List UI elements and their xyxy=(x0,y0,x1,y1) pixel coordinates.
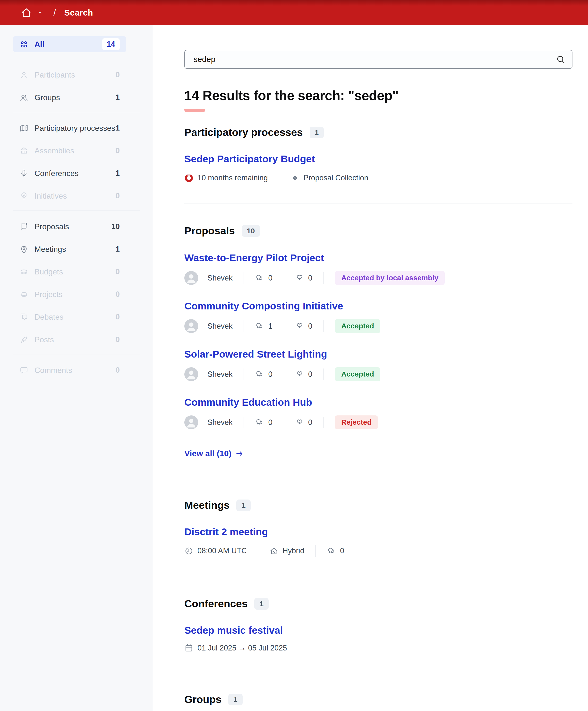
sidebar-item-comments: Comments 0 xyxy=(13,362,126,378)
section-count-badge: 1 xyxy=(310,127,324,138)
comments-count: 1 xyxy=(268,322,272,330)
proposal-item: Community Education Hub Shevek 0 0 xyxy=(184,397,572,429)
section-title: Participatory processes xyxy=(184,126,303,138)
search-results-main: 14 Results for the search: "sedep" Parti… xyxy=(153,25,588,711)
proposal-item: Community Composting Initiative Shevek 1 xyxy=(184,300,572,333)
timer-icon xyxy=(184,174,193,182)
status-badge: Accepted xyxy=(335,319,380,333)
mic-icon xyxy=(19,169,28,178)
search-filter-sidebar: All 14 Participants 0 Groups 1 Participa… xyxy=(0,25,153,711)
search-icon[interactable] xyxy=(556,55,565,64)
sidebar-item-label: All xyxy=(35,40,44,49)
sidebar-divider xyxy=(13,112,140,112)
sidebar-item-count: 1 xyxy=(116,169,120,178)
sidebar-item-all[interactable]: All 14 xyxy=(13,36,126,52)
time-remaining: 10 months remaining xyxy=(198,174,268,182)
meta-divider xyxy=(284,368,284,380)
map-pin-icon xyxy=(19,245,28,254)
coin-icon xyxy=(19,290,28,299)
endorsements-count: 0 xyxy=(308,322,312,330)
conference-dates: 01 Jul 2025 → 05 Jul 2025 xyxy=(198,644,287,652)
view-all-proposals-link[interactable]: View all (10) xyxy=(184,449,244,458)
sidebar-item-label: Posts xyxy=(35,335,54,344)
sidebar-item-count: 0 xyxy=(116,335,120,344)
process-link[interactable]: Sedep Participatory Budget xyxy=(184,153,315,165)
status-badge: Accepted xyxy=(335,367,380,381)
calendar-icon xyxy=(184,643,193,652)
proposal-author: Shevek xyxy=(207,322,232,330)
home-icon[interactable] xyxy=(20,7,32,19)
proposal-link[interactable]: Community Composting Initiative xyxy=(184,300,343,312)
proposal-link[interactable]: Community Education Hub xyxy=(184,397,312,408)
endorsements-heart-icon xyxy=(295,274,304,282)
meeting-mode: Hybrid xyxy=(282,546,304,555)
proposal-link[interactable]: Waste-to-Energy Pilot Project xyxy=(184,252,324,264)
sidebar-item-participatory-processes[interactable]: Participatory processes 1 xyxy=(13,120,126,136)
sidebar-item-count: 0 xyxy=(116,267,120,276)
section-divider xyxy=(184,203,572,203)
proposal-link[interactable]: Solar-Powered Street Lighting xyxy=(184,349,327,360)
comments-count: 0 xyxy=(268,370,272,379)
search-input[interactable] xyxy=(184,50,572,69)
sidebar-item-label: Assemblies xyxy=(35,146,74,155)
comments-icon xyxy=(255,370,264,379)
endorsements-count: 0 xyxy=(308,418,312,427)
sidebar-item-count: 0 xyxy=(116,290,120,299)
sidebar-item-conferences[interactable]: Conferences 1 xyxy=(13,165,126,181)
sidebar-item-posts: Posts 0 xyxy=(13,331,126,348)
sidebar-item-projects: Projects 0 xyxy=(13,286,126,302)
sidebar-item-groups[interactable]: Groups 1 xyxy=(13,89,126,106)
meta-divider xyxy=(244,272,244,284)
proposal-author: Shevek xyxy=(207,418,232,427)
section-conferences-header: Conferences 1 xyxy=(184,598,572,610)
sidebar-item-label: Proposals xyxy=(35,222,69,231)
proposal-author: Shevek xyxy=(207,370,232,379)
status-badge: Rejected xyxy=(335,415,378,429)
meta-divider xyxy=(284,417,284,428)
sidebar-item-count: 0 xyxy=(116,70,120,79)
avatar xyxy=(184,367,198,381)
sidebar-item-count: 14 xyxy=(102,38,120,50)
breadcrumb-separator: / xyxy=(53,7,56,18)
conference-meta: 01 Jul 2025 → 05 Jul 2025 xyxy=(184,643,572,652)
proposal-meta: Shevek 0 0 Accepted xyxy=(184,367,572,381)
meta-divider xyxy=(244,320,244,332)
section-count-badge: 1 xyxy=(228,694,243,705)
comments-count: 0 xyxy=(268,274,272,282)
section-count-badge: 1 xyxy=(254,598,269,610)
search-box xyxy=(184,50,572,69)
sidebar-item-count: 1 xyxy=(116,93,120,102)
avatar xyxy=(184,271,198,285)
meeting-meta: 08:00 AM UTC Hybrid 0 xyxy=(184,545,572,557)
top-bar: / Search xyxy=(0,0,588,25)
conference-link[interactable]: Sedep music festival xyxy=(184,625,283,636)
meeting-link[interactable]: Disctrit 2 meeting xyxy=(184,526,268,538)
status-badge: Accepted by local assembly xyxy=(335,271,445,285)
proposal-meta: Shevek 1 0 Accepted xyxy=(184,319,572,333)
sidebar-item-label: Comments xyxy=(35,366,72,375)
sidebar-item-proposals[interactable]: Proposals 10 xyxy=(13,218,126,235)
comments-icon xyxy=(255,322,264,330)
bank-icon xyxy=(19,146,28,155)
endorsements-heart-icon xyxy=(295,370,304,379)
meta-divider xyxy=(284,320,284,332)
debates-icon xyxy=(19,313,28,322)
sidebar-item-budgets: Budgets 0 xyxy=(13,264,126,280)
sidebar-item-count: 1 xyxy=(116,245,120,254)
pen-nib-icon xyxy=(19,335,28,344)
section-title: Meetings xyxy=(184,499,229,511)
section-proposals-header: Proposals 10 xyxy=(184,225,572,237)
process-phase: Proposal Collection xyxy=(303,174,368,182)
meta-divider xyxy=(323,368,324,380)
view-all-label: View all (10) xyxy=(184,449,231,458)
meeting-time: 08:00 AM UTC xyxy=(198,546,247,555)
heading-underline xyxy=(184,109,205,112)
comments-icon xyxy=(255,274,264,282)
meta-divider xyxy=(323,272,324,284)
sidebar-item-count: 10 xyxy=(112,222,120,231)
meta-divider xyxy=(284,272,284,284)
sidebar-item-meetings[interactable]: Meetings 1 xyxy=(13,241,126,257)
section-participatory-processes-header: Participatory processes 1 xyxy=(184,126,572,138)
sidebar-item-label: Projects xyxy=(35,290,63,299)
chevron-down-icon[interactable] xyxy=(37,9,44,16)
